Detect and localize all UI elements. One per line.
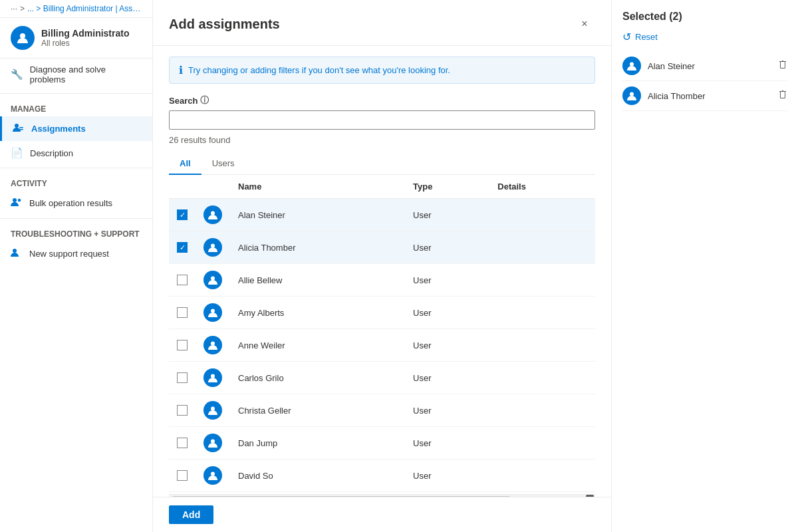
description-icon: 📄 [11, 147, 23, 159]
table-row[interactable]: David SoUser [169, 460, 595, 492]
row-checkbox[interactable] [177, 275, 188, 285]
user-details [489, 394, 595, 427]
breadcrumb-text[interactable]: ... > Billing Administrator | Assignme [27, 4, 142, 13]
user-avatar [203, 368, 222, 387]
user-avatar [203, 238, 222, 257]
user-avatar [203, 466, 222, 485]
user-details [489, 460, 595, 492]
wrench-icon: 🔧 [11, 68, 23, 80]
user-type: User [405, 231, 489, 264]
nav-diagnose-label: Diagnose and solve problems [30, 65, 142, 84]
nav-item-diagnose[interactable]: 🔧 Diagnose and solve problems [0, 59, 152, 90]
delete-user-button[interactable] [778, 90, 787, 102]
reset-button[interactable]: ↺ Reset [622, 31, 787, 43]
main-content: « Add assignments × ℹ Try changing or ad… [153, 0, 798, 532]
nav-item-assignments[interactable]: Assignments [0, 116, 152, 141]
user-type: User [405, 297, 489, 329]
table-row[interactable]: ✓Alan SteinerUser [169, 199, 595, 231]
search-help-icon: ⓘ [200, 94, 209, 106]
row-checkbox[interactable]: ✓ [177, 242, 188, 253]
modal-title: Add assignments [169, 17, 280, 32]
search-label: Search ⓘ [169, 94, 595, 106]
svg-point-14 [211, 440, 215, 444]
table-row[interactable]: Christa GellerUser [169, 394, 595, 427]
svg-point-0 [20, 33, 25, 39]
table-row[interactable]: Allie BellewUser [169, 264, 595, 297]
modal-header: Add assignments × [153, 0, 611, 46]
search-input[interactable] [169, 110, 595, 130]
row-checkbox[interactable] [177, 307, 188, 318]
svg-point-1 [15, 124, 19, 128]
sidebar-header: Billing Administrato All roles [0, 18, 152, 59]
svg-point-13 [211, 407, 215, 411]
modal-right: Selected (2) ↺ Reset Alan SteinerAlicia … [612, 0, 798, 532]
tab-all[interactable]: All [169, 153, 201, 175]
user-details [489, 231, 595, 264]
user-avatar [203, 401, 222, 420]
user-type: User [405, 264, 489, 297]
tabs-bar: All Users [169, 153, 595, 175]
table-row[interactable]: Carlos GriloUser [169, 362, 595, 394]
users-tbody: ✓Alan SteinerUser✓Alicia ThomberUserAlli… [169, 199, 595, 495]
avatar [11, 26, 35, 50]
modal-panel: Add assignments × ℹ Try changing or addi… [153, 0, 798, 532]
user-name: Alicia Thomber [230, 231, 405, 264]
add-button[interactable]: Add [169, 505, 213, 524]
user-type: User [405, 427, 489, 460]
table-row[interactable]: Amy AlbertsUser [169, 297, 595, 329]
table-row[interactable]: ✓Alicia ThomberUser [169, 231, 595, 264]
user-details [489, 264, 595, 297]
selected-user-avatar [622, 86, 641, 105]
svg-point-17 [630, 63, 634, 66]
user-type: User [405, 362, 489, 394]
nav-item-bulk[interactable]: Bulk operation results [0, 191, 152, 215]
table-row[interactable]: Anne WeilerUser [169, 329, 595, 362]
nav-bulk-label: Bulk operation results [29, 198, 112, 208]
info-icon: ℹ [179, 64, 183, 76]
user-name: Amy Alberts [230, 297, 405, 329]
bulk-icon [11, 197, 23, 209]
modal-overlay: Add assignments × ℹ Try changing or addi… [153, 0, 798, 532]
selected-header: Selected (2) [622, 11, 787, 23]
selected-user-name: Alan Steiner [648, 61, 771, 71]
svg-point-9 [211, 277, 215, 281]
col-checkbox [169, 175, 196, 199]
user-details [489, 362, 595, 394]
row-checkbox[interactable] [177, 405, 188, 416]
nav-item-support[interactable]: New support request [0, 241, 152, 266]
info-banner: ℹ Try changing or adding filters if you … [169, 57, 595, 84]
selected-user-avatar [622, 57, 641, 75]
reset-label: Reset [635, 32, 658, 42]
delete-user-button[interactable] [778, 60, 787, 72]
user-type: User [405, 199, 489, 231]
users-table-container: Name Type Details ✓Alan SteinerUser✓Alic… [169, 175, 595, 494]
svg-point-8 [211, 244, 215, 248]
user-details [489, 199, 595, 231]
svg-point-5 [18, 199, 21, 202]
troubleshooting-section-label: Troubleshooting + Support [0, 221, 152, 241]
sidebar-nav: 🔧 Diagnose and solve problems Manage Ass… [0, 59, 152, 532]
selected-user-name: Alicia Thomber [648, 91, 771, 101]
svg-point-4 [13, 198, 17, 202]
row-checkbox[interactable] [177, 340, 188, 350]
breadcrumb-arrow: > [20, 4, 25, 13]
row-checkbox[interactable] [177, 438, 188, 448]
support-icon [11, 247, 23, 260]
row-checkbox[interactable]: ✓ [177, 209, 188, 220]
close-button[interactable]: × [574, 13, 595, 35]
breadcrumb-dots[interactable]: ··· [11, 4, 17, 13]
user-details [489, 427, 595, 460]
user-details [489, 329, 595, 362]
breadcrumb[interactable]: ··· > ... > Billing Administrator | Assi… [0, 0, 152, 18]
col-avatar [196, 175, 230, 199]
activity-section-label: Activity [0, 171, 152, 191]
svg-point-7 [211, 211, 215, 215]
nav-item-description[interactable]: 📄 Description [0, 141, 152, 165]
svg-rect-3 [19, 129, 23, 130]
row-checkbox[interactable] [177, 470, 188, 481]
row-checkbox[interactable] [177, 372, 188, 383]
table-row[interactable]: Dan JumpUser [169, 427, 595, 460]
user-avatar [203, 271, 222, 289]
user-name: David So [230, 460, 405, 492]
tab-users[interactable]: Users [201, 153, 245, 175]
